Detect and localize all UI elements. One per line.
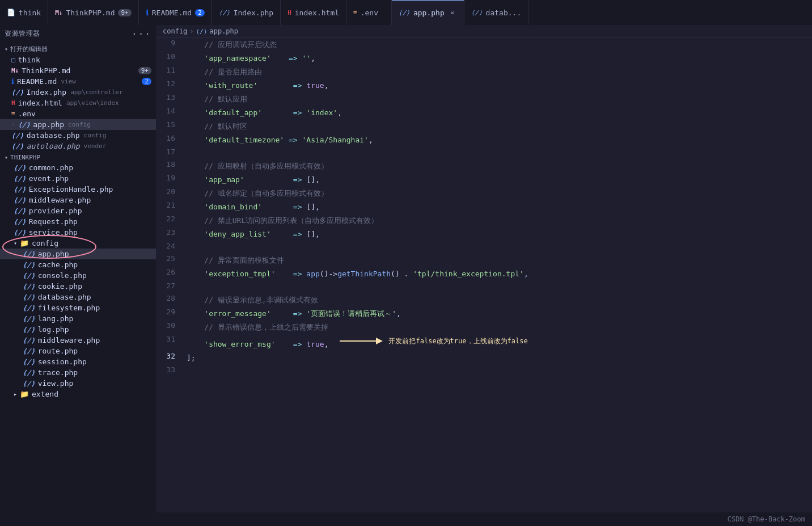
sidebar-cookie-name: cookie.php	[38, 282, 82, 291]
tab-env-label: .env	[361, 9, 378, 17]
tab-index-html[interactable]: H index.html	[281, 0, 346, 25]
tab-env[interactable]: ≡ .env	[346, 0, 392, 25]
line-num-9: 9	[156, 39, 184, 47]
service-icon: ⟨/⟩	[14, 229, 26, 237]
sidebar-item-filesystem[interactable]: ⟨/⟩ filesystem.php	[0, 302, 156, 313]
index-php-sidebar-icon: ⟨/⟩	[11, 89, 24, 96]
sidebar-item-thinkphp-md[interactable]: M↓ ThinkPHP.md 9+	[0, 65, 156, 76]
line-num-11: 11	[156, 66, 184, 74]
sidebar-item-middleware-config[interactable]: ⟨/⟩ middleware.php	[0, 335, 156, 346]
sidebar-item-extend[interactable]: ▸ 📁 extend	[0, 389, 156, 399]
sidebar-item-route[interactable]: ⟨/⟩ route.php	[0, 346, 156, 356]
sidebar-item-config-folder[interactable]: ▾ 📁 config	[0, 238, 156, 249]
sidebar-readme-sub: view	[61, 78, 76, 85]
tab-index-php[interactable]: ⟨/⟩ Index.php	[212, 0, 281, 25]
tab-database[interactable]: ⟨/⟩ datab...	[464, 0, 529, 25]
thinkphp-chevron-down-icon: ▾	[5, 154, 8, 161]
middleware-icon: ⟨/⟩	[14, 196, 26, 204]
sidebar-service-name: service.php	[29, 228, 78, 237]
sidebar-config-appphp-name: app.php	[38, 250, 69, 258]
sidebar-autoload-sub: vendor	[84, 142, 107, 150]
line-num-10: 10	[156, 52, 184, 61]
sidebar-item-database-config[interactable]: ⟨/⟩ database.php	[0, 292, 156, 302]
tab-app-php-close[interactable]: ×	[448, 9, 457, 18]
breadcrumb-sep: ›	[189, 27, 193, 35]
sidebar-item-middleware[interactable]: ⟨/⟩ middleware.php	[0, 195, 156, 205]
sidebar-item-console[interactable]: ⟨/⟩ console.php	[0, 270, 156, 281]
readme-badge: 2	[142, 78, 151, 85]
section-thinkphp[interactable]: ▾ THINKPHP	[0, 152, 156, 162]
middleware-config-icon: ⟨/⟩	[23, 336, 35, 344]
sidebar-item-database-open[interactable]: ⟨/⟩ database.php config	[0, 130, 156, 141]
line-num-12: 12	[156, 79, 184, 88]
sidebar-item-service[interactable]: ⟨/⟩ service.php	[0, 227, 156, 238]
sidebar-item-common[interactable]: ⟨/⟩ common.php	[0, 162, 156, 173]
tab-database-label: datab...	[486, 9, 522, 17]
extend-folder-icon: 📁	[20, 390, 29, 398]
code-line-12: 12 'with_route' => true,	[156, 79, 812, 92]
sidebar-console-name: console.php	[38, 271, 87, 280]
sidebar-item-view[interactable]: ⟨/⟩ view.php	[0, 378, 156, 389]
sidebar-item-trace[interactable]: ⟨/⟩ trace.php	[0, 367, 156, 378]
line-content-9: // 应用调试开启状态	[184, 39, 812, 51]
request-icon: ⟨/⟩	[14, 218, 26, 226]
config-folder-icon: 📁	[20, 239, 29, 247]
line-content-20: // 域名绑定（自动多应用模式有效）	[184, 187, 812, 200]
extend-chevron: ▸	[14, 391, 17, 397]
sidebar-item-request[interactable]: ⟨/⟩ Request.php	[0, 216, 156, 227]
line-content-31: 'show_error_msg' => true,开发前把false改为true…	[184, 335, 812, 351]
cookie-icon: ⟨/⟩	[23, 283, 35, 291]
sidebar-item-exception[interactable]: ⟨/⟩ ExceptionHandle.php	[0, 184, 156, 195]
database-icon: ⟨/⟩	[471, 9, 483, 16]
sidebar-item-readme[interactable]: ℹ README.md view 2	[0, 76, 156, 87]
think-doc-icon: □	[11, 56, 15, 64]
sidebar-indexphp-sub: app\controller	[70, 89, 123, 96]
sidebar-item-provider[interactable]: ⟨/⟩ provider.php	[0, 205, 156, 216]
line-num-17: 17	[156, 148, 184, 156]
sidebar-menu-button[interactable]: ···	[132, 28, 151, 39]
line-num-22: 22	[156, 214, 184, 223]
log-icon: ⟨/⟩	[23, 326, 35, 334]
exception-icon: ⟨/⟩	[14, 186, 26, 193]
line-content-18: // 应用映射（自动多应用模式有效）	[184, 160, 812, 172]
line-content-19: 'app_map' => [],	[184, 174, 812, 186]
app-php-icon: ⟨/⟩	[399, 9, 410, 16]
sidebar-item-index-html[interactable]: H index.html app\view\index	[0, 98, 156, 108]
thinkphp-md-sidebar-icon: M↓	[11, 67, 19, 74]
sidebar-config-name: config	[32, 239, 58, 247]
sidebar-common-name: common.php	[29, 163, 73, 172]
tab-think[interactable]: 📄 think	[0, 0, 48, 25]
sidebar-appphp-open-sub: config	[68, 121, 91, 128]
tab-thinkphp[interactable]: M↓ ThinkPHP.md 9+	[48, 0, 139, 25]
code-editor[interactable]: 9 // 应用调试开启状态 10 'app_namespace' => '', …	[156, 38, 812, 512]
tab-thinkphp-badge: 9+	[118, 9, 131, 16]
sidebar-item-config-appphp[interactable]: ⟨/⟩ app.php	[0, 249, 156, 259]
code-line-17: 17	[156, 147, 812, 159]
section-open-editors[interactable]: ▾ 打开的编辑器	[0, 43, 156, 54]
sidebar-item-lang[interactable]: ⟨/⟩ lang.php	[0, 313, 156, 324]
sidebar-item-index-php[interactable]: ⟨/⟩ Index.php app\controller	[0, 87, 156, 98]
tab-readme[interactable]: ℹ README.md 2	[139, 0, 212, 25]
sidebar-appphp-open-name: app.php	[33, 120, 64, 129]
code-line-10: 10 'app_namespace' => '',	[156, 52, 812, 65]
sidebar-cache-name: cache.php	[38, 260, 78, 269]
sidebar-indexhtml-sub: app\view\index	[66, 99, 119, 107]
sidebar-item-autoload[interactable]: ⟨/⟩ autoload.php vendor	[0, 141, 156, 152]
code-line-16: 16 'default_timezone' => 'Asia/Shanghai'…	[156, 133, 812, 147]
sidebar-item-log[interactable]: ⟨/⟩ log.php	[0, 324, 156, 335]
sidebar-item-appphp-open[interactable]: × ⟨/⟩ app.php config	[0, 119, 156, 130]
sidebar-item-cache[interactable]: ⟨/⟩ cache.php	[0, 259, 156, 270]
sidebar-item-env[interactable]: ≡ .env	[0, 108, 156, 119]
code-line-28: 28 // 错误显示信息,非调试模式有效	[156, 293, 812, 307]
sidebar-title: 资源管理器	[5, 29, 40, 39]
line-num-30: 30	[156, 321, 184, 330]
line-num-33: 33	[156, 365, 184, 374]
sidebar: 资源管理器 ··· ▾ 打开的编辑器 □ think M↓ ThinkPHP.m…	[0, 25, 156, 512]
sidebar-item-event[interactable]: ⟨/⟩ event.php	[0, 173, 156, 184]
sidebar-item-session[interactable]: ⟨/⟩ session.php	[0, 356, 156, 367]
line-num-24: 24	[156, 242, 184, 250]
sidebar-item-think[interactable]: □ think	[0, 54, 156, 65]
tab-app-php[interactable]: ⟨/⟩ app.php ×	[392, 0, 464, 25]
sidebar-item-cookie[interactable]: ⟨/⟩ cookie.php	[0, 281, 156, 292]
tab-thinkphp-label: ThinkPHP.md	[66, 9, 115, 17]
